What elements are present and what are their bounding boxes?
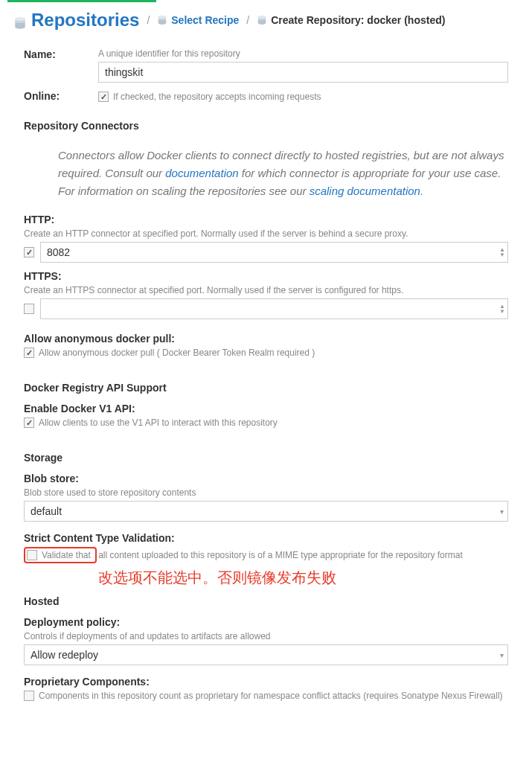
strict-cb-label-rest: all content uploaded to this repository … <box>96 550 463 560</box>
strict-label: Strict Content Type Validation: <box>24 532 508 544</box>
storage-title: Storage <box>24 452 508 464</box>
online-checkbox[interactable] <box>98 92 109 102</box>
anon-cb-label: Allow anonymous docker pull ( Docker Bea… <box>39 348 315 358</box>
database-icon <box>13 13 27 27</box>
breadcrumb-root[interactable]: Repositories <box>13 10 139 31</box>
breadcrumb-select-recipe[interactable]: Select Recipe <box>157 14 239 26</box>
https-port-input[interactable] <box>40 298 508 319</box>
deploy-label: Deployment policy: <box>24 616 508 628</box>
prop-checkbox[interactable] <box>24 691 34 701</box>
api-label: Enable Docker V1 API: <box>24 403 508 414</box>
deploy-policy-select[interactable]: Allow redeploy <box>24 644 508 665</box>
strict-checkbox[interactable] <box>27 550 37 560</box>
svg-point-5 <box>258 16 266 19</box>
deploy-help: Controls if deployments of and updates t… <box>24 631 508 641</box>
http-label: HTTP: <box>24 214 508 225</box>
online-label: Online: <box>24 90 98 102</box>
api-checkbox[interactable] <box>24 417 34 428</box>
prop-cb-label: Components in this repository count as p… <box>39 691 503 701</box>
http-checkbox[interactable] <box>24 247 34 257</box>
https-checkbox[interactable] <box>24 304 34 314</box>
breadcrumb-current: Create Repository: docker (hosted) <box>257 14 445 26</box>
http-port-spinner[interactable]: ▲▼ <box>499 247 505 257</box>
documentation-link[interactable]: documentation <box>165 167 238 179</box>
annotation-text: 改选项不能选中。否则镜像发布失败 <box>98 568 508 588</box>
blob-store-select[interactable]: default <box>24 501 508 522</box>
connectors-description: Connectors allow Docker clients to conne… <box>24 141 508 206</box>
name-help: A unique identifier for this repository <box>98 48 508 59</box>
name-input[interactable] <box>98 62 508 83</box>
breadcrumb-separator: / <box>145 14 151 26</box>
prop-label: Proprietary Components: <box>24 676 508 688</box>
name-label: Name: <box>24 48 98 83</box>
breadcrumb-separator: / <box>245 14 251 26</box>
strict-cb-label-part: Validate that <box>42 550 91 560</box>
strict-highlight: Validate that <box>24 547 97 563</box>
database-icon <box>257 15 267 25</box>
breadcrumb: Repositories / Select Recipe / Create Re… <box>0 2 532 41</box>
https-help: Create an HTTPS connector at specified p… <box>24 285 508 295</box>
http-help: Create an HTTP connector at specified po… <box>24 228 508 239</box>
api-cb-label: Allow clients to use the V1 API to inter… <box>39 417 278 428</box>
connectors-title: Repository Connectors <box>24 120 508 132</box>
anon-checkbox[interactable] <box>24 348 34 358</box>
database-icon <box>157 15 167 25</box>
anon-label: Allow anonymous docker pull: <box>24 333 508 345</box>
hosted-title: Hosted <box>24 595 508 607</box>
svg-point-3 <box>158 16 167 19</box>
svg-point-1 <box>15 17 25 21</box>
scaling-documentation-link[interactable]: scaling documentation <box>310 185 420 197</box>
https-label: HTTPS: <box>24 270 508 282</box>
online-help: If checked, the repository accepts incom… <box>113 92 321 102</box>
blob-help: Blob store used to store repository cont… <box>24 487 508 498</box>
api-title: Docker Registry API Support <box>24 382 508 394</box>
http-port-input[interactable] <box>40 242 508 263</box>
https-port-spinner[interactable]: ▲▼ <box>499 304 505 314</box>
blob-label: Blob store: <box>24 473 508 484</box>
